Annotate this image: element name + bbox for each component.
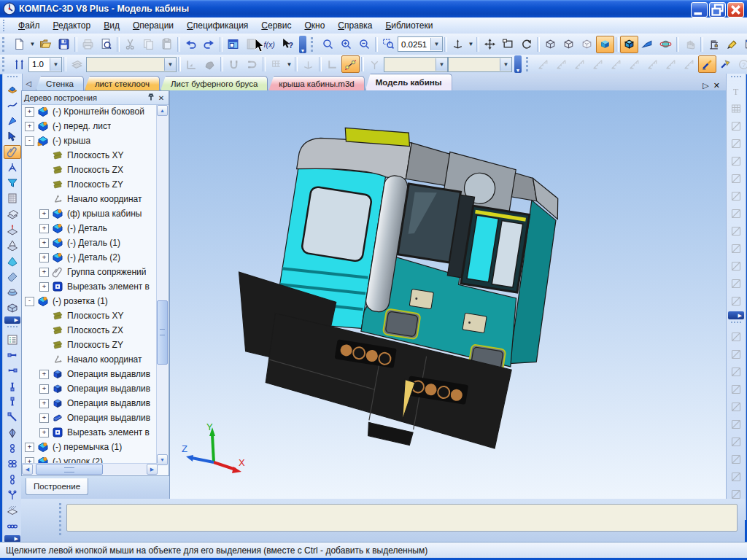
cube-thin-button[interactable] <box>578 36 596 53</box>
variables-window-button[interactable] <box>224 36 242 53</box>
tree-item[interactable]: +Операция выдавлив <box>22 411 158 425</box>
new-document-button[interactable] <box>10 36 28 53</box>
tree-item[interactable]: +Плоскость ZX <box>22 163 158 177</box>
hatch-plane-button[interactable] <box>4 504 21 518</box>
tree-item[interactable]: +Плоскость ZY <box>22 338 158 352</box>
bolt-left-button[interactable] <box>4 364 21 378</box>
toolbar-grip[interactable] <box>2 37 8 52</box>
bolt-diag-button[interactable] <box>4 411 21 424</box>
scroll-right-icon[interactable]: ▶ <box>147 464 158 475</box>
bolt-up-button[interactable] <box>4 379 21 393</box>
cube-edges-button[interactable] <box>620 36 638 53</box>
tree-item[interactable]: +(ф) крыша кабины <box>22 206 158 221</box>
expand-icon[interactable]: + <box>25 122 34 131</box>
scroll-up-icon[interactable]: ▲ <box>157 105 168 116</box>
mates-clip-button[interactable] <box>4 145 21 159</box>
eraser-button[interactable] <box>4 269 21 283</box>
tree-item[interactable]: +Вырезать элемент в <box>22 425 158 440</box>
tree-item[interactable]: +Начало координат <box>22 192 158 206</box>
expand-icon[interactable]: + <box>39 238 49 248</box>
zoom-scale-dropdown-icon[interactable]: ▼ <box>430 38 442 50</box>
rail-grip[interactable] <box>7 326 18 330</box>
tree-horizontal-scrollbar[interactable]: ◀ ▶ <box>22 463 158 475</box>
zoom-area-button[interactable] <box>379 36 398 53</box>
tree-item[interactable]: +Группа сопряжений <box>22 265 158 279</box>
chain-flat-button[interactable] <box>4 519 21 533</box>
tree-item[interactable]: +Начало координат <box>22 352 158 367</box>
expand-icon[interactable]: + <box>39 428 49 438</box>
cube-wire-button[interactable] <box>541 36 560 53</box>
rebuild-button[interactable] <box>705 36 723 53</box>
3d-viewport[interactable]: Y X Z <box>169 90 727 499</box>
undo-button[interactable] <box>182 36 200 53</box>
expand-icon[interactable]: + <box>39 253 49 262</box>
pan-button[interactable] <box>481 36 499 53</box>
toolbar-overflow-button[interactable]: ▼ <box>299 36 306 53</box>
scroll-left-icon[interactable]: ◀ <box>22 464 33 475</box>
cabin-3d-model[interactable] <box>170 90 727 499</box>
pin-icon[interactable] <box>146 93 156 103</box>
open-folder-button[interactable] <box>36 36 55 53</box>
rail-grip[interactable] <box>7 76 18 80</box>
pin-blue-button[interactable] <box>4 114 21 128</box>
rail-grip[interactable] <box>731 322 741 327</box>
rail-overflow-button[interactable]: ▶ <box>4 316 20 324</box>
tree-vertical-scrollbar[interactable]: ▲ ▼ <box>156 105 168 465</box>
bolt-down-button[interactable] <box>4 394 21 408</box>
menu-item-5[interactable]: Спецификация <box>180 18 255 33</box>
print-preview-button[interactable] <box>97 36 115 53</box>
new-window-button[interactable] <box>741 36 747 53</box>
tree-item[interactable]: +(-) Кронштейн боковой <box>22 104 158 119</box>
tree-item[interactable]: +Плоскость XY <box>22 148 158 163</box>
layer-select-dropdown-icon[interactable]: ▼ <box>164 58 176 71</box>
toolbar-grip[interactable] <box>311 37 317 52</box>
cube-nohid-button[interactable] <box>560 36 578 53</box>
zoom-pointer-button[interactable] <box>319 36 337 53</box>
link-small-button[interactable] <box>4 441 21 455</box>
menu-item-6[interactable]: Сервис <box>255 18 298 33</box>
save-button[interactable] <box>55 36 73 53</box>
toolbar-overflow-button[interactable]: ▼ <box>514 55 522 73</box>
tree-item[interactable]: +(-) Деталь (2) <box>22 250 158 265</box>
tree-item[interactable]: +Операция выдавлив <box>22 367 158 381</box>
menu-item-1[interactable]: Файл <box>12 18 47 33</box>
expand-icon[interactable]: + <box>39 282 49 292</box>
toolbar-grip[interactable] <box>2 57 8 71</box>
cube-shaded-button[interactable] <box>596 36 614 53</box>
menu-grip[interactable] <box>3 20 9 31</box>
tab-scroll-left-icon[interactable]: ◁ <box>23 77 34 90</box>
expand-icon[interactable]: + <box>39 224 49 233</box>
tree-item[interactable]: +(-) перед. лист <box>22 119 158 133</box>
tab-3[interactable]: Лист буферного бруса <box>160 76 268 90</box>
zoom-rect-button[interactable] <box>499 36 517 53</box>
chain-links-button[interactable] <box>4 457 21 471</box>
box-base-button[interactable] <box>4 300 21 314</box>
tree-item[interactable]: +Операция выдавлив <box>22 381 158 396</box>
dropdown-arrow-icon[interactable]: ▼ <box>467 36 475 52</box>
link-vert-button[interactable] <box>4 472 21 486</box>
dropdown-arrow-icon[interactable]: ▼ <box>285 56 293 72</box>
scale-icon-button[interactable] <box>10 55 28 73</box>
rail-grip[interactable] <box>731 76 741 81</box>
tab-5[interactable]: Модель кабины <box>365 74 452 90</box>
expand-icon[interactable]: + <box>39 413 49 423</box>
minimize-button[interactable] <box>691 2 708 18</box>
expand-icon[interactable]: + <box>39 399 49 408</box>
tree-item[interactable]: +(-) Деталь <box>22 221 158 236</box>
perspective-button[interactable] <box>638 36 657 53</box>
link-fork-button[interactable] <box>4 488 21 502</box>
close-panel-icon[interactable]: ✕ <box>156 93 166 103</box>
dropdown-arrow-icon[interactable]: ▼ <box>28 36 36 52</box>
surface-button[interactable] <box>4 254 21 268</box>
orbit-button[interactable] <box>657 36 675 53</box>
tab-close-icon[interactable]: ✕ <box>713 81 720 90</box>
rail-overflow-button[interactable]: ▶ <box>728 311 744 319</box>
select-arrow-button[interactable] <box>4 129 21 143</box>
expand-icon[interactable]: + <box>39 384 49 394</box>
restore-button[interactable] <box>709 2 726 18</box>
tree-item[interactable]: -(-) крыша <box>22 133 158 148</box>
rotate-button[interactable] <box>517 36 535 53</box>
plumb-button[interactable] <box>4 426 21 440</box>
zoom-in-button[interactable] <box>337 36 355 53</box>
collapse-icon[interactable]: - <box>25 297 34 306</box>
